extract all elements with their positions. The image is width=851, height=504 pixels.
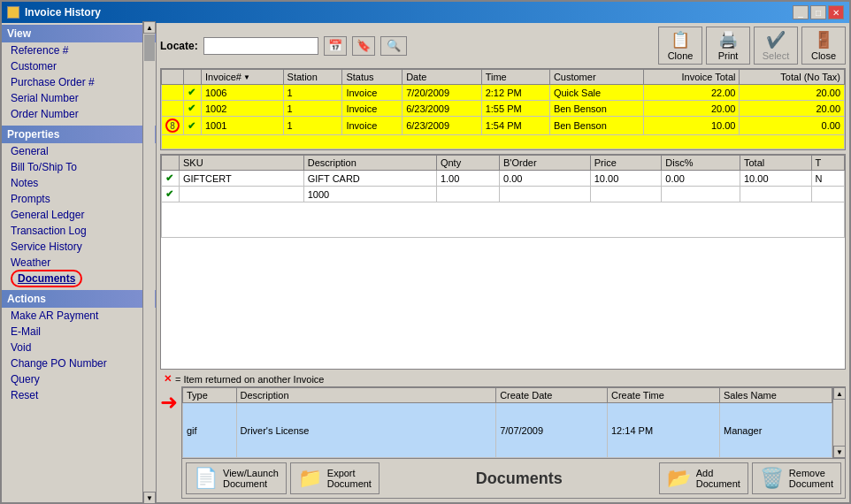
sidebar-item-reference[interactable]: Reference # (2, 42, 156, 58)
row-indicator-2 (162, 101, 184, 117)
row-time-3: 1:54 PM (481, 117, 549, 135)
sku-col-disc[interactable]: Disc% (662, 156, 740, 171)
sidebar-item-notes[interactable]: Notes (2, 175, 156, 191)
sidebar-actions-header[interactable]: Actions ▲ (2, 290, 156, 308)
row-indicator-3: 8 (162, 117, 184, 135)
doc-scroll-down[interactable]: ▼ (833, 446, 845, 458)
sidebar-item-void[interactable]: Void (2, 340, 156, 355)
main-content: ▲ ▼ View ▲ Reference # Customer Purchase… (2, 23, 849, 502)
sku-col-total[interactable]: Total (740, 156, 811, 171)
row-customer-1: Quick Sale (549, 85, 644, 101)
col-time[interactable]: Time (481, 70, 549, 85)
sidebar-item-make-ar[interactable]: Make AR Payment (2, 308, 156, 324)
sku-desc-2: 1000 (303, 187, 436, 202)
scrollbar-down-arrow[interactable]: ▼ (143, 492, 156, 502)
sidebar-item-order-number[interactable]: Order Number (2, 106, 156, 122)
export-document-button[interactable]: 📁 Export Document (290, 462, 380, 494)
col-invoice-num[interactable]: Invoice# ▼ (202, 70, 284, 85)
sidebar-item-documents[interactable]: Documents (2, 271, 156, 286)
legend-text: = Item returned on another Invoice (175, 374, 324, 385)
minimize-button[interactable]: _ (793, 5, 809, 19)
remove-document-button[interactable]: 🗑️ Remove Document (752, 462, 841, 494)
sku-t-2 (811, 187, 844, 202)
sku-border-2 (500, 187, 591, 202)
sku-col-border[interactable]: B'Order (500, 156, 591, 171)
locate-input[interactable] (203, 37, 318, 55)
sidebar: ▲ ▼ View ▲ Reference # Customer Purchase… (2, 23, 157, 502)
main-window: Invoice History _ □ ✕ ▲ ▼ View ▲ Referen (0, 0, 851, 504)
row-invoice-1: 1006 (202, 85, 284, 101)
row-date-3: 6/23/2009 (402, 117, 482, 135)
select-button[interactable]: ✔️ Select (754, 27, 798, 65)
sidebar-item-purchase-order[interactable]: Purchase Order # (2, 74, 156, 90)
sidebar-view-header[interactable]: View ▲ (2, 25, 156, 42)
invoice-row-selected[interactable]: 8 ✔ 1001 1 Invoice 6/23/2009 1:54 PM Ben… (162, 117, 845, 135)
title-bar-text: Invoice History (7, 6, 101, 19)
row-check-1: ✔ (184, 85, 202, 101)
doc-col-sales-name[interactable]: Sales Name (719, 388, 832, 403)
sidebar-item-reset[interactable]: Reset (2, 387, 156, 403)
app-icon (7, 6, 19, 19)
sku-price-1: 10.00 (590, 171, 662, 187)
close-button[interactable]: 🚪 Close (801, 27, 846, 65)
sidebar-item-query[interactable]: Query (2, 371, 156, 387)
doc-row[interactable]: gif Driver's License 7/07/2009 12:14 PM … (183, 403, 832, 458)
sidebar-item-customer[interactable]: Customer (2, 58, 156, 74)
search-icon-btn[interactable]: 🔍 (380, 36, 407, 56)
documents-label[interactable]: Documents (11, 270, 82, 287)
sku-table-container: SKU Description Qnty B'Order Price Disc%… (160, 154, 846, 370)
right-panel: Locate: 📅 🔖 🔍 📋 Clone 🖨️ Print (157, 23, 849, 502)
sidebar-item-prompts[interactable]: Prompts (2, 191, 156, 207)
sku-row[interactable]: ✔ GIFTCERT GIFT CARD 1.00 0.00 10.00 0.0… (162, 171, 845, 187)
circle-indicator: 8 (165, 118, 180, 133)
documents-center-label: Documents (383, 470, 656, 488)
doc-col-type[interactable]: Type (183, 388, 237, 403)
add-document-button[interactable]: 📂 Add Document (659, 462, 748, 494)
documents-panel: Type Description Create Date Create Time… (181, 386, 846, 499)
col-date[interactable]: Date (402, 70, 482, 85)
sku-col-price[interactable]: Price (590, 156, 662, 171)
col-status[interactable]: Status (342, 70, 402, 85)
sidebar-item-general-ledger[interactable]: General Ledger (2, 207, 156, 223)
row-station-1: 1 (283, 85, 342, 101)
col-station[interactable]: Station (283, 70, 342, 85)
sidebar-item-general[interactable]: General (2, 143, 156, 159)
sku-check-1: ✔ (162, 171, 180, 187)
doc-col-create-time[interactable]: Create Time (607, 388, 719, 403)
col-customer[interactable]: Customer (549, 70, 644, 85)
bookmark-icon-btn[interactable]: 🔖 (352, 36, 375, 56)
scrollbar-up-arrow[interactable]: ▲ (143, 23, 156, 34)
sku-col-sku[interactable]: SKU (180, 156, 304, 171)
print-button[interactable]: 🖨️ Print (706, 27, 750, 65)
row-time-2: 1:55 PM (481, 101, 549, 117)
sku-row-empty (162, 202, 845, 238)
clone-button[interactable]: 📋 Clone (658, 27, 702, 65)
row-total-notax-1: 20.00 (740, 85, 845, 101)
maximize-button[interactable]: □ (810, 5, 826, 19)
invoice-row[interactable]: ✔ 1002 1 Invoice 6/23/2009 1:55 PM Ben B… (162, 101, 845, 117)
doc-scroll-up[interactable]: ▲ (833, 387, 845, 400)
sku-row[interactable]: ✔ 1000 (162, 187, 845, 202)
sidebar-item-transaction-log[interactable]: Transaction Log (2, 223, 156, 239)
calendar-icon-btn[interactable]: 📅 (324, 36, 347, 56)
invoice-row[interactable]: ✔ 1006 1 Invoice 7/20/2009 2:12 PM Quick… (162, 85, 845, 101)
sidebar-item-bill-ship[interactable]: Bill To/Ship To (2, 159, 156, 175)
sidebar-item-email[interactable]: E-Mail (2, 324, 156, 340)
col-total-no-tax[interactable]: Total (No Tax) (740, 70, 845, 85)
col-invoice-total[interactable]: Invoice Total (644, 70, 740, 85)
sku-col-description[interactable]: Description (303, 156, 436, 171)
doc-col-create-date[interactable]: Create Date (496, 388, 608, 403)
sidebar-item-change-po[interactable]: Change PO Number (2, 355, 156, 371)
view-launch-button[interactable]: 📄 View/Launch Document (186, 462, 287, 494)
sidebar-item-weather[interactable]: Weather (2, 255, 156, 271)
close-window-button[interactable]: ✕ (828, 5, 844, 19)
row-total-3: 10.00 (644, 117, 740, 135)
sidebar-item-serial-number[interactable]: Serial Number (2, 90, 156, 106)
doc-col-description[interactable]: Description (236, 388, 496, 403)
sku-col-t[interactable]: T (811, 156, 844, 171)
sku-col-qnty[interactable]: Qnty (436, 156, 499, 171)
sidebar-properties-header[interactable]: Properties ▲ (2, 126, 156, 143)
sidebar-item-service-history[interactable]: Service History (2, 239, 156, 255)
doc-type-1: gif (183, 403, 237, 458)
title-bar-controls: _ □ ✕ (793, 5, 844, 19)
